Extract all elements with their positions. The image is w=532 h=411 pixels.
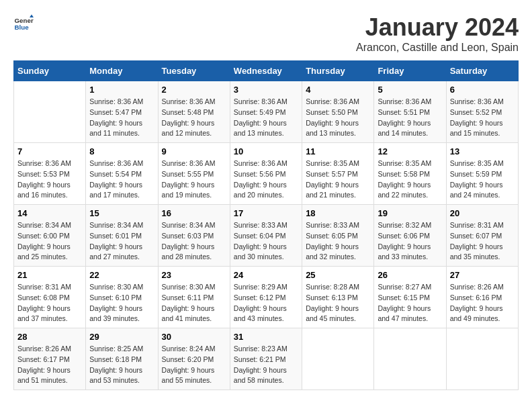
day-info: Sunrise: 8:36 AM Sunset: 5:51 PM Dayligh… [378,97,442,139]
day-number: 8 [89,146,154,156]
svg-text:General: General [15,17,34,24]
day-info: Sunrise: 8:36 AM Sunset: 5:56 PM Dayligh… [234,158,298,201]
day-number: 22 [89,270,154,280]
header-day-thursday: Thursday [302,61,374,81]
day-info: Sunrise: 8:33 AM Sunset: 6:04 PM Dayligh… [234,220,298,263]
calendar-header-row: SundayMondayTuesdayWednesdayThursdayFrid… [14,61,519,81]
day-info: Sunrise: 8:26 AM Sunset: 6:16 PM Dayligh… [450,282,515,324]
svg-text:Blue: Blue [15,24,30,31]
day-number: 7 [17,146,82,156]
calendar-week-1: 1Sunrise: 8:36 AM Sunset: 5:47 PM Daylig… [14,81,519,143]
day-info: Sunrise: 8:36 AM Sunset: 5:49 PM Dayligh… [234,97,298,139]
day-info: Sunrise: 8:33 AM Sunset: 6:05 PM Dayligh… [306,220,370,263]
main-title: January 2024 [356,13,519,42]
day-info: Sunrise: 8:36 AM Sunset: 5:55 PM Dayligh… [162,158,226,201]
header-day-wednesday: Wednesday [230,61,302,81]
calendar-cell: 16Sunrise: 8:34 AM Sunset: 6:03 PM Dayli… [158,205,230,267]
day-number: 21 [17,270,82,280]
calendar-cell [446,328,518,390]
calendar-cell: 1Sunrise: 8:36 AM Sunset: 5:47 PM Daylig… [86,81,158,143]
header-day-friday: Friday [374,61,446,81]
calendar-cell: 24Sunrise: 8:29 AM Sunset: 6:12 PM Dayli… [230,267,302,328]
calendar-cell: 26Sunrise: 8:27 AM Sunset: 6:15 PM Dayli… [374,267,446,328]
header-day-tuesday: Tuesday [158,61,230,81]
day-number: 10 [234,146,298,156]
day-info: Sunrise: 8:35 AM Sunset: 5:57 PM Dayligh… [306,158,370,201]
day-number: 2 [162,85,226,95]
day-info: Sunrise: 8:27 AM Sunset: 6:15 PM Dayligh… [378,282,442,324]
logo-icon: General Blue [13,13,34,34]
day-info: Sunrise: 8:34 AM Sunset: 6:00 PM Dayligh… [17,220,82,263]
day-number: 23 [162,270,226,280]
day-info: Sunrise: 8:32 AM Sunset: 6:06 PM Dayligh… [378,220,442,263]
day-info: Sunrise: 8:36 AM Sunset: 5:47 PM Dayligh… [89,97,154,139]
calendar-cell: 22Sunrise: 8:30 AM Sunset: 6:10 PM Dayli… [86,267,158,328]
calendar-cell: 30Sunrise: 8:24 AM Sunset: 6:20 PM Dayli… [158,328,230,390]
day-number: 25 [306,270,370,280]
calendar-cell: 12Sunrise: 8:35 AM Sunset: 5:58 PM Dayli… [374,143,446,205]
day-number: 20 [450,208,515,218]
header-day-saturday: Saturday [446,61,518,81]
calendar-week-4: 21Sunrise: 8:31 AM Sunset: 6:08 PM Dayli… [14,267,519,328]
day-number: 15 [89,208,154,218]
day-number: 29 [89,332,154,342]
day-info: Sunrise: 8:31 AM Sunset: 6:07 PM Dayligh… [450,220,515,263]
calendar-cell: 29Sunrise: 8:25 AM Sunset: 6:18 PM Dayli… [86,328,158,390]
day-info: Sunrise: 8:29 AM Sunset: 6:12 PM Dayligh… [234,282,298,324]
day-number: 31 [234,332,298,342]
calendar-cell: 6Sunrise: 8:36 AM Sunset: 5:52 PM Daylig… [446,81,518,143]
page-header: General Blue January 2024 Arancon, Casti… [13,13,519,54]
calendar-cell: 11Sunrise: 8:35 AM Sunset: 5:57 PM Dayli… [302,143,374,205]
day-number: 27 [450,270,515,280]
calendar-cell: 3Sunrise: 8:36 AM Sunset: 5:49 PM Daylig… [230,81,302,143]
day-info: Sunrise: 8:26 AM Sunset: 6:17 PM Dayligh… [17,344,82,386]
day-info: Sunrise: 8:35 AM Sunset: 5:59 PM Dayligh… [450,158,515,201]
day-number: 3 [234,85,298,95]
calendar-cell: 13Sunrise: 8:35 AM Sunset: 5:59 PM Dayli… [446,143,518,205]
calendar-cell: 25Sunrise: 8:28 AM Sunset: 6:13 PM Dayli… [302,267,374,328]
calendar-cell: 18Sunrise: 8:33 AM Sunset: 6:05 PM Dayli… [302,205,374,267]
svg-marker-2 [30,15,34,18]
calendar-cell: 4Sunrise: 8:36 AM Sunset: 5:50 PM Daylig… [302,81,374,143]
day-number: 26 [378,270,442,280]
calendar-cell: 21Sunrise: 8:31 AM Sunset: 6:08 PM Dayli… [14,267,86,328]
calendar-cell [14,81,86,143]
day-number: 13 [450,146,515,156]
day-info: Sunrise: 8:36 AM Sunset: 5:54 PM Dayligh… [89,158,154,201]
calendar-cell: 8Sunrise: 8:36 AM Sunset: 5:54 PM Daylig… [86,143,158,205]
day-number: 30 [162,332,226,342]
day-info: Sunrise: 8:36 AM Sunset: 5:48 PM Dayligh… [162,97,226,139]
calendar-week-2: 7Sunrise: 8:36 AM Sunset: 5:53 PM Daylig… [14,143,519,205]
calendar-cell: 2Sunrise: 8:36 AM Sunset: 5:48 PM Daylig… [158,81,230,143]
day-number: 19 [378,208,442,218]
day-info: Sunrise: 8:23 AM Sunset: 6:21 PM Dayligh… [234,344,298,386]
day-number: 14 [17,208,82,218]
day-number: 4 [306,85,370,95]
day-info: Sunrise: 8:35 AM Sunset: 5:58 PM Dayligh… [378,158,442,201]
calendar-cell: 5Sunrise: 8:36 AM Sunset: 5:51 PM Daylig… [374,81,446,143]
day-number: 18 [306,208,370,218]
day-info: Sunrise: 8:30 AM Sunset: 6:11 PM Dayligh… [162,282,226,324]
day-info: Sunrise: 8:36 AM Sunset: 5:50 PM Dayligh… [306,97,370,139]
day-number: 1 [89,85,154,95]
calendar-cell: 27Sunrise: 8:26 AM Sunset: 6:16 PM Dayli… [446,267,518,328]
calendar-cell: 15Sunrise: 8:34 AM Sunset: 6:01 PM Dayli… [86,205,158,267]
calendar-cell: 28Sunrise: 8:26 AM Sunset: 6:17 PM Dayli… [14,328,86,390]
day-info: Sunrise: 8:36 AM Sunset: 5:52 PM Dayligh… [450,97,515,139]
calendar-week-3: 14Sunrise: 8:34 AM Sunset: 6:00 PM Dayli… [14,205,519,267]
calendar-cell: 14Sunrise: 8:34 AM Sunset: 6:00 PM Dayli… [14,205,86,267]
calendar-week-5: 28Sunrise: 8:26 AM Sunset: 6:17 PM Dayli… [14,328,519,390]
day-info: Sunrise: 8:24 AM Sunset: 6:20 PM Dayligh… [162,344,226,386]
calendar-cell: 17Sunrise: 8:33 AM Sunset: 6:04 PM Dayli… [230,205,302,267]
day-info: Sunrise: 8:34 AM Sunset: 6:03 PM Dayligh… [162,220,226,263]
day-number: 16 [162,208,226,218]
day-info: Sunrise: 8:31 AM Sunset: 6:08 PM Dayligh… [17,282,82,324]
day-info: Sunrise: 8:25 AM Sunset: 6:18 PM Dayligh… [89,344,154,386]
header-day-monday: Monday [86,61,158,81]
day-number: 12 [378,146,442,156]
calendar-table: SundayMondayTuesdayWednesdayThursdayFrid… [13,60,519,390]
logo: General Blue [13,13,34,34]
day-info: Sunrise: 8:28 AM Sunset: 6:13 PM Dayligh… [306,282,370,324]
calendar-cell: 10Sunrise: 8:36 AM Sunset: 5:56 PM Dayli… [230,143,302,205]
day-info: Sunrise: 8:30 AM Sunset: 6:10 PM Dayligh… [89,282,154,324]
